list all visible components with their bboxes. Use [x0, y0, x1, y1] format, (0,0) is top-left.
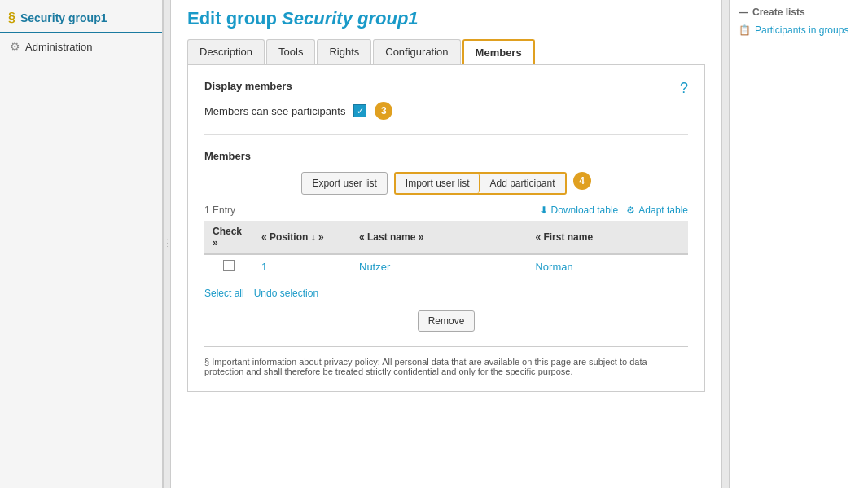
participants-icon: 📋 — [739, 24, 751, 36]
members-can-see-checkbox[interactable] — [353, 104, 366, 117]
step-badge-3: 3 — [375, 102, 392, 120]
position-cell[interactable]: 1 — [253, 254, 351, 279]
right-resize-handle[interactable]: ··· — [721, 0, 730, 488]
display-members-title: Display members — [204, 80, 688, 92]
sidebar-item-administration[interactable]: ⚙ Administration — [0, 33, 162, 59]
members-section: Members Export user list Import user lis… — [204, 150, 688, 376]
members-title: Members — [204, 150, 688, 162]
settings-icon: ⚙ — [10, 40, 20, 53]
entry-count: 1 Entry — [204, 204, 235, 216]
table-row: 1 Nutzer Norman — [204, 254, 688, 279]
tab-configuration[interactable]: Configuration — [373, 39, 460, 64]
create-lists-title[interactable]: — Create lists — [739, 7, 860, 18]
members-can-see-label: Members can see participants — [204, 105, 345, 117]
table-toolbar: 1 Entry ⬇ Download table ⚙ Adapt table — [204, 204, 688, 216]
help-icon[interactable]: ? — [680, 80, 688, 97]
col-header-firstname: « First name — [527, 221, 688, 254]
add-participant-button[interactable]: Add participant — [480, 174, 564, 193]
export-user-list-button[interactable]: Export user list — [301, 172, 387, 195]
selection-row: Select all Undo selection — [204, 288, 688, 299]
page-title: Edit group Security group1 — [187, 8, 705, 29]
adapt-table-link[interactable]: ⚙ Adapt table — [626, 204, 688, 216]
members-table: Check » « Position ↓ » « Last name » « F… — [204, 221, 688, 279]
members-actions: Export user list Import user list Add pa… — [204, 172, 688, 195]
tab-rights[interactable]: Rights — [317, 39, 371, 64]
left-resize-handle[interactable]: ··· — [163, 0, 171, 488]
lastname-cell[interactable]: Nutzer — [351, 254, 527, 279]
privacy-note: § Important information about privacy po… — [204, 346, 688, 376]
group-icon: § — [8, 11, 15, 25]
tab-members[interactable]: Members — [462, 39, 535, 64]
col-header-position: « Position ↓ » — [253, 221, 351, 254]
download-table-link[interactable]: ⬇ Download table — [540, 204, 619, 216]
col-header-lastname: « Last name » — [351, 221, 527, 254]
download-icon: ⬇ — [540, 204, 548, 216]
row-checkbox[interactable] — [223, 260, 235, 271]
content-panel: ? Display members Members can see partic… — [187, 64, 705, 392]
undo-selection-link[interactable]: Undo selection — [254, 288, 318, 299]
remove-button[interactable]: Remove — [418, 310, 476, 332]
participants-in-groups-link[interactable]: 📋 Participants in groups — [739, 23, 860, 37]
tab-tools[interactable]: Tools — [266, 39, 315, 64]
firstname-cell[interactable]: Norman — [527, 254, 688, 279]
col-header-check: Check » — [204, 221, 253, 254]
select-all-link[interactable]: Select all — [204, 288, 244, 299]
minus-icon: — — [739, 7, 748, 18]
tab-description[interactable]: Description — [187, 39, 265, 64]
remove-section: Remove — [204, 310, 688, 332]
display-members-section: Display members Members can see particip… — [204, 80, 688, 135]
step-badge-4: 4 — [573, 172, 591, 190]
sidebar-title: § Security group1 — [0, 4, 162, 33]
right-sidebar: — Create lists 📋 Participants in groups — [730, 0, 868, 488]
tabs-bar: Description Tools Rights Configuration M… — [187, 39, 705, 64]
import-user-list-button[interactable]: Import user list — [396, 174, 480, 193]
settings-table-icon: ⚙ — [626, 204, 635, 216]
